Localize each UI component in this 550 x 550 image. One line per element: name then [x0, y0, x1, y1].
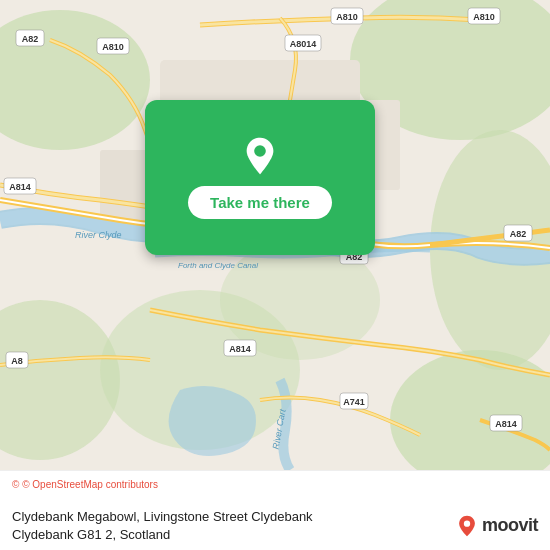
svg-text:A741: A741 [343, 397, 365, 407]
location-row: Clydebank Megabowl, Livingstone Street C… [12, 508, 538, 544]
svg-text:A810: A810 [336, 12, 358, 22]
svg-text:A814: A814 [229, 344, 251, 354]
location-info: Clydebank Megabowl, Livingstone Street C… [12, 508, 456, 544]
info-bar: © © OpenStreetMap contributors Clydebank… [0, 470, 550, 550]
moovit-logo: moovit [456, 515, 538, 537]
svg-text:A8: A8 [11, 356, 23, 366]
osm-icon: © [12, 479, 19, 490]
osm-text: © OpenStreetMap contributors [22, 479, 158, 490]
svg-point-42 [464, 520, 470, 526]
svg-text:A8014: A8014 [290, 39, 317, 49]
svg-point-41 [254, 145, 266, 157]
location-detail: Clydebank G81 2, Scotland [12, 527, 170, 542]
svg-text:A814: A814 [9, 182, 31, 192]
location-popup: Take me there [145, 100, 375, 255]
location-pin-icon [240, 136, 280, 176]
map-area: A810 A810 A8014 A82 A810 B814 A814 River… [0, 0, 550, 470]
svg-text:A810: A810 [473, 12, 495, 22]
svg-text:A82: A82 [510, 229, 527, 239]
take-me-there-button[interactable]: Take me there [188, 186, 332, 219]
svg-text:Forth and Clyde Canal: Forth and Clyde Canal [178, 261, 258, 270]
svg-text:A814: A814 [495, 419, 517, 429]
moovit-brand-text: moovit [482, 515, 538, 536]
osm-credit: © © OpenStreetMap contributors [12, 479, 538, 490]
svg-text:River Clyde: River Clyde [75, 230, 122, 240]
location-name: Clydebank Megabowl, Livingstone Street C… [12, 509, 313, 524]
app-container: A810 A810 A8014 A82 A810 B814 A814 River… [0, 0, 550, 550]
moovit-pin-icon [456, 515, 478, 537]
svg-text:A810: A810 [102, 42, 124, 52]
svg-text:A82: A82 [22, 34, 39, 44]
